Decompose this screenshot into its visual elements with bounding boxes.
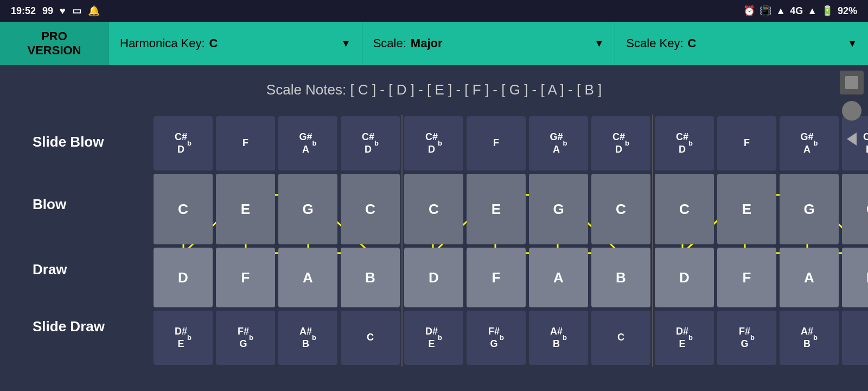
harmonica-key-dropdown-icon[interactable]: ▼ bbox=[341, 38, 351, 49]
wifi-icon: 🔔 bbox=[88, 5, 100, 17]
draw-cell-3-1[interactable]: D bbox=[655, 248, 714, 307]
hole-col-3-3: G#Ab G A A#Bb bbox=[778, 115, 840, 367]
slide-draw-cell-1-1[interactable]: D#Eb bbox=[154, 311, 213, 365]
slide-draw-cell-1-2[interactable]: F#Gb bbox=[216, 311, 275, 365]
blow-cell-2-3[interactable]: G bbox=[529, 174, 588, 244]
signal-icon: ▲ bbox=[776, 5, 786, 17]
slide-blow-cell-1-4[interactable]: C#Db bbox=[341, 116, 400, 171]
slide-draw-cell-3-1[interactable]: D#Eb bbox=[655, 311, 714, 365]
slide-blow-cell-2-1[interactable]: C#Db bbox=[404, 116, 463, 171]
slide-draw-cell-2-1[interactable]: D#Eb bbox=[404, 311, 463, 365]
scale-key-value: C bbox=[688, 36, 697, 51]
slide-blow-cell-1-3[interactable]: G#Ab bbox=[278, 116, 337, 171]
hole-col-2-3: G#Ab G A A#Bb bbox=[527, 115, 590, 367]
scroll-up-icon bbox=[845, 76, 858, 89]
slide-blow-cell-3-3[interactable]: G#Ab bbox=[780, 116, 839, 171]
blow-cell-3-1[interactable]: C bbox=[655, 174, 714, 244]
slide-blow-cell-1-2[interactable]: F bbox=[216, 116, 275, 171]
blow-cell-2-4[interactable]: C bbox=[591, 174, 650, 244]
heart-icon: ♥ bbox=[60, 5, 66, 17]
slide-blow-cell-1-1[interactable]: C#Db bbox=[154, 116, 213, 171]
draw-cell-3-3[interactable]: A bbox=[780, 248, 839, 307]
slide-blow-cell-2-2[interactable]: F bbox=[467, 116, 526, 171]
draw-cell-2-2[interactable]: F bbox=[467, 248, 526, 307]
slide-draw-cell-2-4[interactable]: C bbox=[591, 311, 650, 365]
hole-col-1-2: F E F F#Gb bbox=[214, 115, 277, 367]
harmonica-grid: Slide Blow Blow Draw Slide Draw bbox=[0, 115, 868, 367]
status-right: ⏰ 📳 ▲ 4G ▲ 🔋 92% bbox=[743, 5, 857, 17]
draw-cell-1-4[interactable]: B bbox=[341, 248, 400, 307]
draw-cell-2-4[interactable]: B bbox=[591, 248, 650, 307]
slide-draw-cell-3-2[interactable]: F#Gb bbox=[717, 311, 776, 365]
scale-value: Major bbox=[411, 36, 443, 51]
alarm-icon: ⏰ bbox=[743, 5, 755, 17]
harmonica-key-section[interactable]: Harmonica Key: C ▼ bbox=[108, 22, 362, 65]
harmonica-key-label: Harmonica Key: bbox=[120, 36, 205, 51]
draw-cell-2-3[interactable]: A bbox=[529, 248, 588, 307]
blow-cell-1-3[interactable]: G bbox=[278, 174, 337, 244]
back-button[interactable] bbox=[840, 127, 864, 151]
hole-col-3-2: F E F F#Gb bbox=[716, 115, 778, 367]
scale-notes: Scale Notes: [ C ] - [ D ] - [ E ] - [ F… bbox=[0, 71, 868, 115]
slide-draw-cell-2-2[interactable]: F#Gb bbox=[467, 311, 526, 365]
blow-cell-1-4[interactable]: C bbox=[341, 174, 400, 244]
slide-draw-cell-3-4[interactable]: C bbox=[842, 311, 868, 365]
hole-col-1-4: C#Db C B C bbox=[339, 115, 401, 367]
blow-cell-2-1[interactable]: C bbox=[404, 174, 463, 244]
status-bar: 19:52 99 ♥ ▭ 🔔 ⏰ 📳 ▲ 4G ▲ 🔋 92% bbox=[0, 0, 868, 22]
time: 19:52 bbox=[11, 5, 36, 17]
scale-label: Scale: bbox=[373, 36, 406, 51]
scale-key-section[interactable]: Scale Key: C ▼ bbox=[615, 22, 868, 65]
octave-1: C#Db C D D#Eb F E F F#Gb G#Ab G A A# bbox=[152, 115, 403, 367]
label-slide-blow: Slide Blow bbox=[33, 115, 152, 169]
slide-draw-cell-3-3[interactable]: A#Bb bbox=[780, 311, 839, 365]
draw-cell-2-1[interactable]: D bbox=[404, 248, 463, 307]
draw-cell-3-4[interactable]: B bbox=[842, 248, 868, 307]
draw-cell-1-3[interactable]: A bbox=[278, 248, 337, 307]
blow-cell-3-4[interactable]: C bbox=[842, 174, 868, 244]
slide-blow-cell-3-1[interactable]: C#Db bbox=[655, 116, 714, 171]
slide-draw-cell-1-4[interactable]: C bbox=[341, 311, 400, 365]
scroll-circle-button[interactable] bbox=[840, 99, 864, 123]
draw-cell-1-1[interactable]: D bbox=[154, 248, 213, 307]
blow-cell-1-2[interactable]: E bbox=[216, 174, 275, 244]
blow-cell-2-2[interactable]: E bbox=[467, 174, 526, 244]
pro-version-badge: PROVERSION bbox=[0, 22, 108, 65]
slide-blow-cell-2-4[interactable]: C#Db bbox=[591, 116, 650, 171]
signal-strength-icon: ▲ bbox=[807, 5, 817, 17]
vibrate-icon: 📳 bbox=[760, 5, 771, 17]
blow-cell-3-2[interactable]: E bbox=[717, 174, 776, 244]
label-slide-draw: Slide Draw bbox=[33, 299, 152, 354]
slide-blow-cell-3-2[interactable]: F bbox=[717, 116, 776, 171]
hole-col-1-3: G#Ab G A A#Bb bbox=[277, 115, 339, 367]
back-icon bbox=[847, 133, 857, 146]
circle-icon bbox=[842, 101, 861, 121]
blow-cell-1-1[interactable]: C bbox=[154, 174, 213, 244]
scale-section[interactable]: Scale: Major ▼ bbox=[362, 22, 615, 65]
network-type: 4G bbox=[790, 5, 803, 17]
screen-icon: ▭ bbox=[72, 5, 81, 17]
battery-icon: 🔋 bbox=[821, 5, 833, 17]
hole-col-3-1: C#Db C D D#Eb bbox=[653, 115, 716, 367]
hole-col-2-1: C#Db C D D#Eb bbox=[403, 115, 465, 367]
scale-key-dropdown-icon[interactable]: ▼ bbox=[847, 38, 857, 49]
scale-dropdown-icon[interactable]: ▼ bbox=[595, 38, 604, 49]
draw-cell-1-2[interactable]: F bbox=[216, 248, 275, 307]
slide-blow-cell-2-3[interactable]: G#Ab bbox=[529, 116, 588, 171]
main-content: Scale Notes: [ C ] - [ D ] - [ E ] - [ F… bbox=[0, 65, 868, 391]
octaves-container: C#Db C D D#Eb F E F F#Gb G#Ab G A A# bbox=[152, 115, 868, 367]
hole-col-1-1: C#Db C D D#Eb bbox=[152, 115, 214, 367]
hole-col-2-2: F E F F#Gb bbox=[465, 115, 527, 367]
top-bar: PROVERSION Harmonica Key: C ▼ Scale: Maj… bbox=[0, 22, 868, 65]
slide-draw-cell-1-3[interactable]: A#Bb bbox=[278, 311, 337, 365]
slide-draw-cell-2-3[interactable]: A#Bb bbox=[529, 311, 588, 365]
blow-cell-3-3[interactable]: G bbox=[780, 174, 839, 244]
scroll-up-button[interactable] bbox=[840, 71, 864, 94]
draw-cell-3-2[interactable]: F bbox=[717, 248, 776, 307]
label-draw: Draw bbox=[33, 239, 152, 299]
status-left: 19:52 99 ♥ ▭ 🔔 bbox=[11, 5, 100, 17]
hole-col-2-4: C#Db C B C bbox=[590, 115, 652, 367]
row-labels: Slide Blow Blow Draw Slide Draw bbox=[33, 115, 152, 367]
scale-key-label: Scale Key: bbox=[626, 36, 683, 51]
harmonica-key-value: C bbox=[209, 36, 218, 51]
